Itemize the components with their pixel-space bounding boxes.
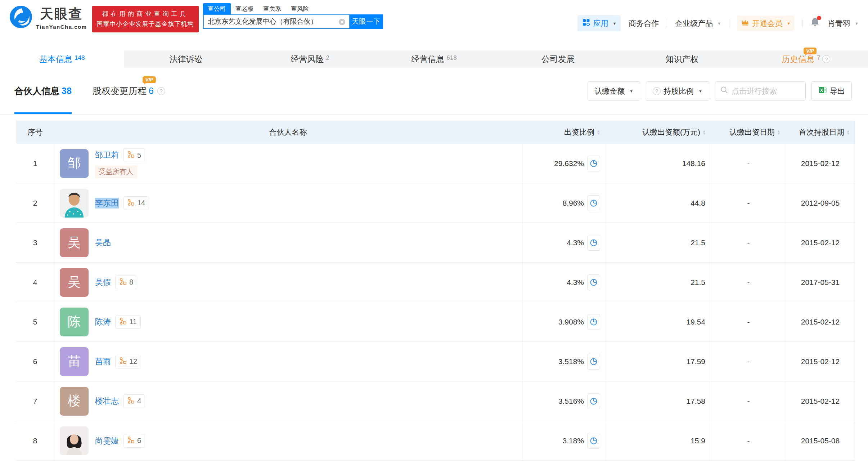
export-button[interactable]: X 导出 <box>811 81 852 101</box>
subscribed-amount: 148.16 <box>605 144 711 183</box>
help-icon[interactable]: ? <box>822 55 830 63</box>
relationship-graph-button[interactable]: 4 <box>123 394 145 408</box>
table-filters: 认缴金额 ? 持股比例 点击进行搜索 X <box>588 81 852 101</box>
avatar[interactable]: 邹 <box>60 149 89 178</box>
avatar[interactable]: 吴 <box>60 228 89 257</box>
subscribed-date: - <box>711 183 786 223</box>
table-row: 7楼楼壮志43.516%17.58-2015-02-12 <box>16 381 855 421</box>
avatar[interactable] <box>60 426 89 455</box>
avatar[interactable]: 楼 <box>60 387 89 416</box>
shareholding-pie-chart-button[interactable] <box>587 195 600 211</box>
shareholding-pie-chart-button[interactable] <box>587 235 600 251</box>
section-tabbar: 基本信息148法律诉讼经营风险2经营信息618公司发展知识产权VIP历史信息7? <box>0 50 868 68</box>
relationship-graph-icon <box>119 357 127 366</box>
col-ratio-sort[interactable]: 出资比例 <box>522 121 605 144</box>
ratio-value: 4.3% <box>567 238 584 247</box>
relationship-graph-icon <box>119 317 127 327</box>
relationship-graph-button[interactable]: 8 <box>115 276 137 289</box>
shareholding-pie-chart-button[interactable] <box>587 354 600 370</box>
tab-count: 2 <box>326 54 329 62</box>
clear-search-icon[interactable] <box>338 18 346 26</box>
nav-vip[interactable]: 开通会员 <box>737 15 794 31</box>
notification-bell-icon[interactable] <box>810 17 820 29</box>
partner-cell: 李东田14 <box>54 183 522 223</box>
table-row: 6苗苗雨123.518%17.59-2015-02-12 <box>16 342 855 381</box>
partner-name-link[interactable]: 李东田 <box>95 198 119 209</box>
sort-icon <box>702 130 706 135</box>
partner-cell: 陈陈涛11 <box>54 302 522 341</box>
top-header: 天眼查 TianYanCha.com 都在用的商业查询工具 国家中小企业发展子基… <box>0 0 868 50</box>
shareholding-pie-chart-button[interactable] <box>587 433 600 449</box>
main-tab-6[interactable]: VIP历史信息7? <box>744 50 868 68</box>
relationship-graph-button[interactable]: 6 <box>123 434 145 448</box>
beneficial-owner-tag: 受益所有人 <box>95 165 137 178</box>
first-holding-date: 2015-02-12 <box>786 342 855 381</box>
partner-name-link[interactable]: 吴晶 <box>95 237 111 248</box>
row-index: 6 <box>16 342 54 381</box>
nav-user[interactable]: 肖青羽 <box>828 18 859 28</box>
relationship-graph-button[interactable]: 11 <box>115 315 141 329</box>
table-search-box[interactable]: 点击进行搜索 <box>715 81 806 101</box>
subscribed-amount: 44.8 <box>605 183 711 223</box>
search-tab-company[interactable]: 查公司 <box>203 3 231 14</box>
partner-name-link[interactable]: 吴假 <box>95 277 111 288</box>
nav-vip-label: 开通会员 <box>752 18 782 28</box>
relationship-count: 5 <box>137 151 141 160</box>
shareholding-pie-chart-button[interactable] <box>587 156 600 171</box>
first-holding-date: 2015-02-12 <box>786 144 855 183</box>
ratio-value: 8.96% <box>562 199 584 207</box>
shareholding-pie-chart-button[interactable] <box>587 274 600 290</box>
partner-name-link[interactable]: 楼壮志 <box>95 396 119 407</box>
avatar[interactable]: 陈 <box>60 308 89 336</box>
main-tab-5[interactable]: 知识产权 <box>620 50 744 68</box>
username: 肖青羽 <box>828 18 850 28</box>
tianyancha-logo[interactable]: 天眼查 TianYanCha.com <box>9 5 87 30</box>
brand-name: 天眼查 <box>40 5 83 23</box>
relationship-graph-icon <box>127 198 135 208</box>
main-tab-4[interactable]: 公司发展 <box>496 50 620 68</box>
row-index: 8 <box>16 421 54 460</box>
nav-apps[interactable]: 应用 <box>577 15 621 31</box>
search-tab-relation[interactable]: 查关系 <box>258 3 286 14</box>
filter-subscribed-amount[interactable]: 认缴金额 <box>588 81 640 101</box>
partner-name-link[interactable]: 邹卫莉 <box>95 150 119 161</box>
shareholding-pie-chart-button[interactable] <box>587 314 600 330</box>
tab-label: 法律诉讼 <box>170 54 203 65</box>
col-subscribed-amount-sort[interactable]: 认缴出资额(万元) <box>605 121 711 144</box>
col-first-holding-date-sort[interactable]: 首次持股日期 <box>786 121 855 144</box>
search-tab-risk[interactable]: 查风险 <box>286 3 314 14</box>
avatar[interactable] <box>60 189 89 218</box>
subscribed-date: - <box>711 263 786 302</box>
nav-cooperation[interactable]: 商务合作 <box>629 18 659 28</box>
first-holding-date: 2015-05-08 <box>786 421 855 460</box>
search-tab-boss[interactable]: 查老板 <box>231 3 258 14</box>
relationship-graph-button[interactable]: 12 <box>115 355 141 368</box>
col-subscribed-date-sort[interactable]: 认缴出资日期 <box>711 121 786 144</box>
main-tab-0[interactable]: 基本信息148 <box>0 50 124 68</box>
relationship-graph-button[interactable]: 14 <box>123 196 149 210</box>
main-tab-1[interactable]: 法律诉讼 <box>124 50 248 68</box>
subscribed-amount: 21.5 <box>605 263 711 302</box>
filter-ratio-label: 持股比例 <box>664 86 694 96</box>
avatar[interactable]: 苗 <box>60 347 89 376</box>
excel-icon: X <box>818 86 827 96</box>
tab-equity-change-history[interactable]: VIP 股权变更历程 6 ? <box>93 68 165 114</box>
shareholding-pie-chart-button[interactable] <box>587 393 600 409</box>
search-button[interactable]: 天眼一下 <box>350 14 383 29</box>
main-tab-2[interactable]: 经营风险2 <box>248 50 372 68</box>
divider <box>667 19 667 27</box>
search-input[interactable] <box>204 15 349 28</box>
nav-enterprise[interactable]: 企业级产品 <box>675 18 721 28</box>
filter-shareholding-ratio[interactable]: ? 持股比例 <box>646 81 709 101</box>
help-icon[interactable]: ? <box>157 87 165 95</box>
avatar[interactable]: 吴 <box>60 268 89 297</box>
partner-name-link[interactable]: 陈涛 <box>95 317 111 327</box>
nav-enterprise-label: 企业级产品 <box>675 18 713 28</box>
tab-partner-info[interactable]: 合伙人信息 38 <box>14 68 72 114</box>
partner-name-link[interactable]: 苗雨 <box>95 356 111 367</box>
main-tab-3[interactable]: 经营信息618 <box>372 50 496 68</box>
relationship-graph-button[interactable]: 5 <box>123 148 145 162</box>
partner-name-link[interactable]: 尚雯婕 <box>95 435 119 446</box>
promo-line1: 都在用的商业查询工具 <box>97 9 194 19</box>
relationship-count: 12 <box>129 357 137 366</box>
